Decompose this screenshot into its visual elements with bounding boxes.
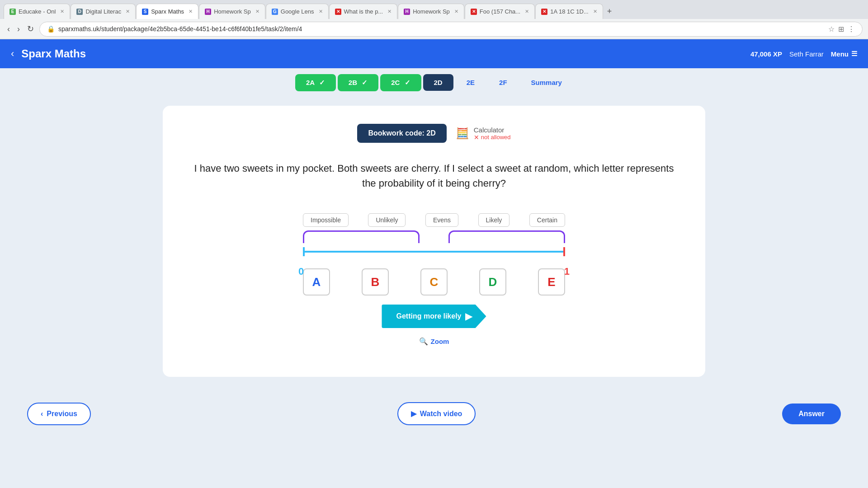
tab-1a[interactable]: ✕ 1A 18 1C 1D... ✕ xyxy=(535,4,603,19)
xp-badge: 47,006 XP xyxy=(750,50,782,58)
tab-close-3[interactable]: ✕ xyxy=(189,9,193,14)
label-evens: Evens xyxy=(425,213,458,227)
tab-2d[interactable]: 2D xyxy=(423,74,453,91)
tab-close-5[interactable]: ✕ xyxy=(319,9,323,14)
more-icon[interactable]: ⋮ xyxy=(848,25,855,33)
label-likely: Likely xyxy=(478,213,510,227)
tab-summary[interactable]: Summary xyxy=(520,74,573,91)
calculator-not-allowed: ✕ not allowed xyxy=(474,134,511,141)
back-button[interactable]: ‹ xyxy=(11,48,14,60)
check-icon-2a: ✓ xyxy=(319,79,325,86)
arrow-icon: ▶ xyxy=(465,311,472,322)
calculator-icon: 🧮 xyxy=(456,127,469,140)
tab-hw2[interactable]: H Homework Sp ✕ xyxy=(398,4,464,19)
header-right: 47,006 XP Seth Farrar Menu ☰ xyxy=(750,50,857,58)
tab-sparx[interactable]: S Sparx Maths ✕ xyxy=(136,4,198,19)
task-tabs: 2A ✓ 2B ✓ 2C ✓ 2D 2E 2F Summary xyxy=(0,68,868,97)
bookwork-row: Bookwork code: 2D 🧮 Calculator ✕ not all… xyxy=(190,124,678,143)
bottom-bar: ‹ Previous ▶ Watch video Answer xyxy=(0,395,868,432)
check-icon-2b: ✓ xyxy=(362,79,368,86)
previous-button[interactable]: ‹ Previous xyxy=(27,403,91,425)
tab-close-9[interactable]: ✕ xyxy=(593,9,597,14)
letter-box-a[interactable]: A xyxy=(303,268,330,296)
tab-close-7[interactable]: ✕ xyxy=(454,9,458,14)
labels-row: Impossible Unlikely Evens Likely Certain xyxy=(303,213,565,227)
tab-close-6[interactable]: ✕ xyxy=(387,9,392,14)
likely-arrow: Getting more likely ▶ xyxy=(382,305,486,328)
zoom-icon: 🔍 xyxy=(419,337,428,346)
calculator-status: Calculator ✕ not allowed xyxy=(474,126,511,141)
tab-educake[interactable]: E Educake - Onl ✕ xyxy=(4,4,70,19)
brace-right xyxy=(448,230,565,243)
tab-hw1[interactable]: H Homework Sp ✕ xyxy=(199,4,265,19)
reload-button[interactable]: ↻ xyxy=(25,22,36,36)
bookwork-code: Bookwork code: 2D xyxy=(357,124,446,143)
back-nav-button[interactable]: ‹ xyxy=(5,23,12,36)
tab-close-4[interactable]: ✕ xyxy=(255,9,259,14)
forward-nav-button[interactable]: › xyxy=(15,23,22,36)
tab-2c[interactable]: 2C ✓ xyxy=(380,74,421,91)
address-bar[interactable]: 🔒 sparxmaths.uk/student/package/4e2b5bca… xyxy=(39,22,863,37)
main-content: Bookwork code: 2D 🧮 Calculator ✕ not all… xyxy=(0,97,868,386)
browser-chrome: E Educake - Onl ✕ D Digital Literac ✕ S … xyxy=(0,0,868,39)
brace-left xyxy=(303,230,420,243)
tab-what[interactable]: ✕ What is the p... ✕ xyxy=(329,4,398,19)
question-text: I have two sweets in my pocket. Both swe… xyxy=(190,161,678,191)
letter-box-b[interactable]: B xyxy=(362,268,389,296)
new-tab-button[interactable]: + xyxy=(604,5,616,18)
tab-bar: E Educake - Onl ✕ D Digital Literac ✕ S … xyxy=(0,0,868,19)
zoom-row[interactable]: 🔍 Zoom xyxy=(419,337,449,346)
num-one: 1 xyxy=(564,266,570,277)
tab-close[interactable]: ✕ xyxy=(60,9,64,14)
tab-close-2[interactable]: ✕ xyxy=(126,9,130,14)
label-unlikely: Unlikely xyxy=(368,213,406,227)
letter-box-e[interactable]: E xyxy=(538,268,565,296)
address-icons: ☆ ⊞ ⋮ xyxy=(828,25,855,33)
label-impossible: Impossible xyxy=(303,213,349,227)
tab-2a[interactable]: 2A ✓ xyxy=(295,74,336,91)
tab-2e[interactable]: 2E xyxy=(455,74,486,91)
check-icon-2c: ✓ xyxy=(405,79,410,86)
tab-2f[interactable]: 2F xyxy=(488,74,519,91)
num-zero: 0 xyxy=(298,266,304,277)
letter-box-c[interactable]: C xyxy=(420,268,448,296)
tab-2b[interactable]: 2B ✓ xyxy=(338,74,378,91)
video-icon: ▶ xyxy=(411,409,416,418)
tab-google[interactable]: G Google Lens ✕ xyxy=(266,4,329,19)
app-header: ‹ Sparx Maths 47,006 XP Seth Farrar Menu… xyxy=(0,39,868,68)
number-line-container: 0 1 xyxy=(303,245,565,260)
bookmark-icon[interactable]: ☆ xyxy=(828,25,835,33)
menu-button[interactable]: Menu ☰ xyxy=(831,50,857,58)
probability-diagram: Impossible Unlikely Evens Likely Certain xyxy=(190,213,678,346)
user-name: Seth Farrar xyxy=(789,50,824,58)
label-certain: Certain xyxy=(529,213,565,227)
question-card: Bookwork code: 2D 🧮 Calculator ✕ not all… xyxy=(163,106,705,377)
extensions-icon[interactable]: ⊞ xyxy=(838,25,844,33)
watch-video-button[interactable]: ▶ Watch video xyxy=(397,402,476,425)
address-bar-row: ‹ › ↻ 🔒 sparxmaths.uk/student/package/4e… xyxy=(0,19,868,39)
tab-close-8[interactable]: ✕ xyxy=(525,9,529,14)
letters-row: A B C D E xyxy=(303,268,565,296)
chevron-left-icon: ‹ xyxy=(41,410,43,418)
app-logo: Sparx Maths xyxy=(21,47,750,60)
letter-box-d[interactable]: D xyxy=(479,268,506,296)
answer-button[interactable]: Answer xyxy=(782,404,841,424)
calculator-info: 🧮 Calculator ✕ not allowed xyxy=(456,126,511,141)
tab-digital[interactable]: D Digital Literac ✕ xyxy=(71,4,136,19)
tab-foo[interactable]: ✕ Foo (157 Cha... ✕ xyxy=(465,4,535,19)
arrow-row: Getting more likely ▶ xyxy=(382,305,486,328)
hamburger-icon: ☰ xyxy=(851,50,857,58)
braces-row xyxy=(303,230,565,245)
